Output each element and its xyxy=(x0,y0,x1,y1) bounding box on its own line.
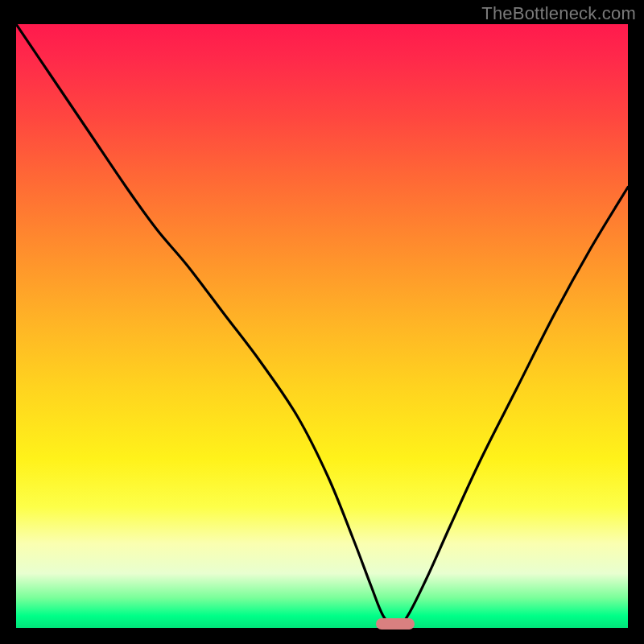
chart-frame: TheBottleneck.com xyxy=(0,0,644,644)
bottleneck-curve xyxy=(16,24,628,628)
plot-area xyxy=(16,24,628,628)
minimum-marker xyxy=(376,618,415,630)
credit-watermark: TheBottleneck.com xyxy=(481,3,636,24)
